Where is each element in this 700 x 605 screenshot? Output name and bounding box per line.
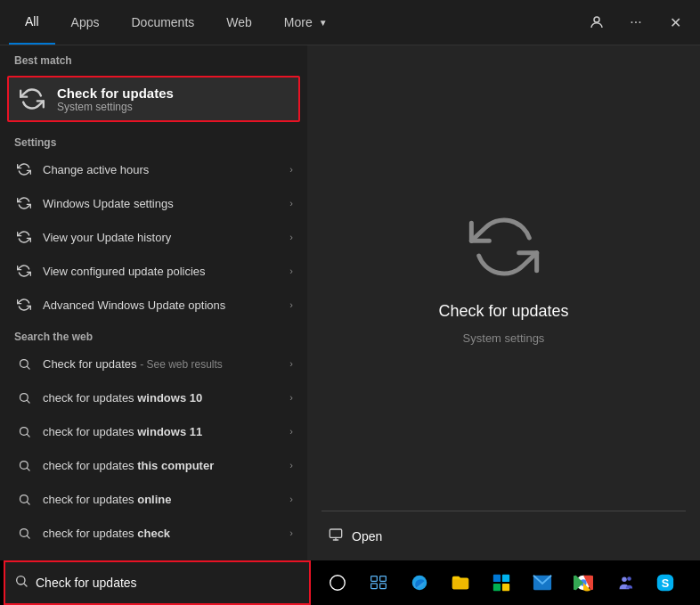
web-item-windows-10[interactable]: check for updates windows 10 ›: [0, 380, 307, 414]
task-view-button[interactable]: [359, 563, 398, 602]
setting-item-label-3: View your Update history: [43, 231, 289, 244]
best-match-title: Check for updates: [57, 86, 174, 101]
tab-web[interactable]: Web: [210, 0, 268, 45]
svg-rect-25: [502, 575, 509, 582]
open-label: Open: [352, 529, 382, 544]
store-button[interactable]: [482, 563, 521, 602]
setting-item-change-active-hours[interactable]: Change active hours ›: [0, 152, 307, 186]
update-icon: [18, 85, 46, 113]
setting-item-label-5: Advanced Windows Update options: [43, 298, 289, 312]
setting-item-update-history[interactable]: View your Update history ›: [0, 220, 307, 254]
taskbar-icons: S: [311, 563, 692, 602]
setting-item-update-policies[interactable]: View configured update policies ›: [0, 254, 307, 288]
svg-line-2: [27, 366, 29, 369]
chevron-right-icon-web5: ›: [289, 494, 293, 504]
update-small-icon-5: [14, 295, 34, 315]
update-small-icon: [14, 159, 34, 179]
web-item-text-5: check for updates online: [43, 493, 289, 506]
preview-update-icon: [468, 211, 540, 291]
preview-subtitle: System settings: [463, 331, 545, 345]
search-icon-5: [14, 489, 34, 509]
open-icon: [329, 527, 343, 544]
open-action[interactable]: Open: [322, 522, 686, 550]
search-icon-6: [14, 523, 34, 543]
chevron-right-icon-2: ›: [289, 198, 293, 208]
chevron-right-icon-web3: ›: [289, 426, 293, 437]
preview-actions: Open: [307, 511, 700, 560]
svg-point-3: [20, 393, 28, 401]
search-bar[interactable]: [4, 560, 311, 605]
chevron-right-icon-web6: ›: [289, 527, 293, 538]
chevron-right-icon-5: ›: [289, 299, 293, 310]
svg-line-10: [27, 502, 29, 504]
search-icon-3: [14, 421, 34, 441]
best-match-text: Check for updates System settings: [57, 86, 174, 113]
tab-all[interactable]: All: [9, 0, 55, 45]
web-item-text-6: check for updates check: [43, 527, 289, 540]
svg-point-31: [622, 577, 627, 583]
svg-point-1: [20, 359, 28, 367]
skype-button[interactable]: S: [646, 563, 685, 602]
svg-rect-20: [380, 576, 387, 582]
svg-point-18: [330, 576, 346, 591]
chevron-right-icon: ›: [289, 164, 293, 175]
web-item-text-2: check for updates windows 10: [43, 391, 289, 405]
svg-rect-19: [371, 576, 378, 582]
top-navigation: All Apps Documents Web More ▼ ··· ✕: [0, 0, 700, 45]
web-item-text-3: check for updates windows 11: [43, 425, 289, 438]
setting-item-label-4: View configured update policies: [43, 265, 289, 278]
cortana-button[interactable]: [318, 563, 357, 602]
chevron-right-icon-3: ›: [289, 232, 293, 242]
svg-rect-13: [330, 529, 341, 537]
chevron-right-icon-web1: ›: [289, 358, 293, 369]
best-match-subtitle: System settings: [57, 101, 174, 113]
web-search-label: Search the web: [0, 322, 307, 347]
chevron-right-icon-web2: ›: [289, 392, 293, 403]
web-item-check-for-updates[interactable]: Check for updates - See web results ›: [0, 347, 307, 380]
setting-item-label: Change active hours: [43, 163, 289, 176]
svg-point-9: [20, 495, 28, 503]
ellipsis-icon: ···: [630, 14, 641, 30]
svg-line-6: [27, 434, 29, 437]
web-item-windows-11[interactable]: check for updates windows 11 ›: [0, 414, 307, 448]
svg-text:S: S: [662, 576, 670, 590]
search-icon-2: [14, 388, 34, 407]
setting-item-label-2: Windows Update settings: [43, 197, 289, 210]
preview-area: Check for updates System settings: [307, 45, 700, 511]
web-item-check[interactable]: check for updates check ›: [0, 516, 307, 550]
chrome-button[interactable]: [564, 563, 603, 602]
svg-line-8: [27, 468, 29, 470]
mail-button[interactable]: [523, 563, 562, 602]
chevron-right-icon-web4: ›: [289, 460, 293, 470]
web-item-text-4: check for updates this computer: [43, 459, 289, 472]
tab-documents[interactable]: Documents: [115, 0, 210, 45]
person-button[interactable]: [581, 6, 613, 38]
svg-point-5: [20, 427, 28, 435]
update-small-icon-2: [14, 193, 34, 213]
svg-point-16: [17, 576, 25, 585]
edge-button[interactable]: [400, 563, 439, 602]
svg-rect-21: [371, 584, 378, 589]
search-icon: [14, 354, 34, 373]
search-input[interactable]: [36, 576, 300, 590]
setting-item-advanced-update[interactable]: Advanced Windows Update options ›: [0, 288, 307, 322]
right-panel: Check for updates System settings Open: [307, 45, 700, 560]
web-item-this-computer[interactable]: check for updates this computer ›: [0, 448, 307, 482]
svg-rect-24: [493, 575, 501, 582]
close-button[interactable]: ✕: [659, 6, 691, 38]
svg-point-0: [594, 17, 599, 22]
setting-item-windows-update[interactable]: Windows Update settings ›: [0, 186, 307, 220]
tab-more[interactable]: More ▼: [268, 0, 344, 45]
web-item-online[interactable]: check for updates online ›: [0, 482, 307, 516]
web-item-text-1: Check for updates - See web results: [43, 357, 289, 371]
ellipsis-button[interactable]: ···: [620, 6, 652, 38]
taskbar-search-icon: [14, 574, 28, 592]
svg-line-12: [27, 536, 29, 538]
explorer-button[interactable]: [441, 563, 480, 602]
teams-button[interactable]: [605, 563, 644, 602]
svg-line-4: [27, 400, 29, 403]
preview-title: Check for updates: [438, 302, 568, 321]
search-icon-4: [14, 455, 34, 475]
best-match-item[interactable]: Check for updates System settings: [7, 76, 300, 122]
tab-apps[interactable]: Apps: [55, 0, 116, 45]
